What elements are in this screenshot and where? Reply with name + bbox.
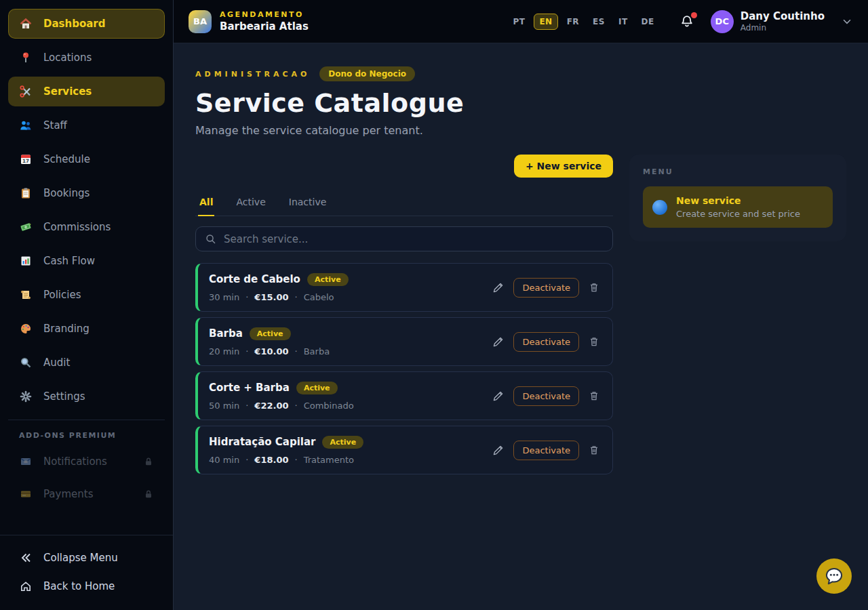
meta-separator: · (245, 292, 248, 302)
sidebar-item-settings[interactable]: Settings (8, 382, 165, 411)
meta-separator: · (295, 346, 298, 357)
delete-button[interactable] (587, 280, 601, 295)
brand-logo: BA (189, 10, 212, 33)
meta-separator: · (245, 401, 248, 411)
lang-de-button[interactable]: DE (637, 14, 659, 30)
service-name: Corte de Cabelo (209, 273, 300, 285)
notification-badge (691, 12, 697, 18)
service-name: Corte + Barba (209, 382, 290, 394)
lang-pt-button[interactable]: PT (508, 14, 530, 30)
delete-button[interactable] (587, 443, 601, 458)
menu-item-title: New service (676, 195, 800, 206)
edit-button[interactable] (490, 280, 506, 296)
sidebar-item-label: Staff (43, 119, 67, 131)
sidebar-item-staff[interactable]: Staff (8, 110, 165, 140)
back-to-home-button[interactable]: Back to Home (8, 572, 165, 601)
blue-dot-icon (652, 200, 667, 215)
sidebar-item-commissions[interactable]: Commissions (8, 212, 165, 242)
pencil-icon (492, 444, 505, 457)
gear-icon (19, 390, 33, 403)
status-badge: Active (296, 382, 338, 394)
sidebar-item-dashboard[interactable]: Dashboard (8, 9, 165, 39)
sidebar-item-label: Notifications (43, 455, 132, 468)
meta-separator: · (245, 455, 248, 465)
sidebar-item-notifications[interactable]: Notifications (8, 447, 165, 476)
avatar: DC (711, 10, 734, 33)
pencil-icon (492, 281, 505, 294)
service-duration: 50 min (209, 401, 239, 411)
sidebar-item-services[interactable]: Services (8, 77, 165, 106)
deactivate-button[interactable]: Deactivate (513, 278, 579, 298)
email-icon (19, 455, 33, 468)
sidebar-item-payments[interactable]: Payments (8, 479, 165, 509)
owner-badge: Dono do Negocio (319, 66, 415, 81)
service-duration: 40 min (209, 455, 239, 465)
page-content: ADMINISTRACAO Dono do Negocio Service Ca… (174, 43, 868, 610)
delete-button[interactable] (587, 388, 601, 403)
tab-inactive[interactable]: Inactive (288, 190, 328, 216)
service-category: Combinado (304, 401, 354, 411)
sidebar-nav: Dashboard Locations Services Staff 17 Sc… (0, 0, 173, 415)
meta-separator: · (295, 292, 298, 302)
service-category: Cabelo (304, 292, 334, 302)
scissors-icon (19, 85, 33, 98)
delete-button[interactable] (587, 334, 601, 349)
chat-bubble-icon (823, 565, 846, 588)
toolbar: + New service (195, 155, 613, 178)
sidebar-item-schedule[interactable]: 17 Schedule (8, 144, 165, 174)
sidebar-item-label: Locations (43, 52, 92, 64)
service-price: €22.00 (254, 401, 288, 411)
scroll-icon (19, 288, 33, 302)
search-bar (195, 226, 613, 251)
people-icon (19, 119, 33, 132)
double-chevron-left-icon (19, 551, 33, 565)
collapse-menu-label: Collapse Menu (43, 552, 118, 564)
sidebar-item-cashflow[interactable]: Cash Flow (8, 246, 165, 276)
search-input[interactable] (224, 233, 604, 245)
home-outline-icon (19, 580, 33, 593)
sidebar-item-policies[interactable]: Policies (8, 280, 165, 310)
service-category: Tratamento (304, 455, 354, 465)
service-name: Barba (209, 327, 243, 340)
sidebar-footer: Collapse Menu Back to Home (0, 535, 173, 610)
service-card: Barba Active 20 min · €10.00 · Barba (195, 317, 613, 366)
lock-icon (143, 456, 154, 467)
lock-icon (143, 489, 154, 500)
sidebar-item-audit[interactable]: Audit (8, 348, 165, 378)
menu-new-service-item[interactable]: New service Create service and set price (643, 186, 833, 228)
sidebar-item-label: Payments (43, 488, 132, 500)
service-category: Barba (304, 346, 330, 357)
tab-all[interactable]: All (198, 190, 214, 216)
edit-button[interactable] (490, 388, 506, 404)
service-card: Corte de Cabelo Active 30 min · €15.00 ·… (195, 263, 613, 312)
header-actions: PT EN FR ES IT DE DC Dany Coutinho Admin (508, 10, 853, 33)
collapse-menu-button[interactable]: Collapse Menu (8, 544, 165, 572)
new-service-button[interactable]: + New service (514, 155, 613, 178)
notifications-bell-button[interactable] (679, 14, 694, 29)
house-icon (19, 17, 33, 30)
lang-en-button[interactable]: EN (534, 14, 557, 30)
trash-icon (588, 281, 600, 293)
chat-fab-button[interactable] (816, 558, 852, 594)
status-badge: Active (322, 436, 363, 449)
sidebar-item-branding[interactable]: Branding (8, 314, 165, 344)
lang-it-button[interactable]: IT (614, 14, 633, 30)
user-menu[interactable]: DC Dany Coutinho Admin (711, 10, 853, 33)
edit-button[interactable] (490, 334, 506, 350)
service-duration: 30 min (209, 292, 239, 302)
deactivate-button[interactable]: Deactivate (513, 441, 579, 460)
sidebar-item-bookings[interactable]: Bookings (8, 178, 165, 208)
deactivate-button[interactable]: Deactivate (513, 386, 579, 406)
edit-button[interactable] (490, 443, 506, 458)
lang-es-button[interactable]: ES (588, 14, 610, 30)
tab-active[interactable]: Active (235, 190, 267, 216)
deactivate-button[interactable]: Deactivate (513, 332, 579, 352)
chevron-down-icon (841, 16, 853, 28)
trash-icon (588, 336, 600, 348)
lang-fr-button[interactable]: FR (562, 14, 584, 30)
pencil-icon (492, 390, 505, 403)
top-header: BA AGENDAMENTO Barbearia Atlas PT EN FR … (174, 0, 868, 43)
sidebar-item-locations[interactable]: Locations (8, 43, 165, 73)
sidebar-item-label: Commissions (43, 221, 111, 233)
meta-separator: · (245, 346, 248, 357)
